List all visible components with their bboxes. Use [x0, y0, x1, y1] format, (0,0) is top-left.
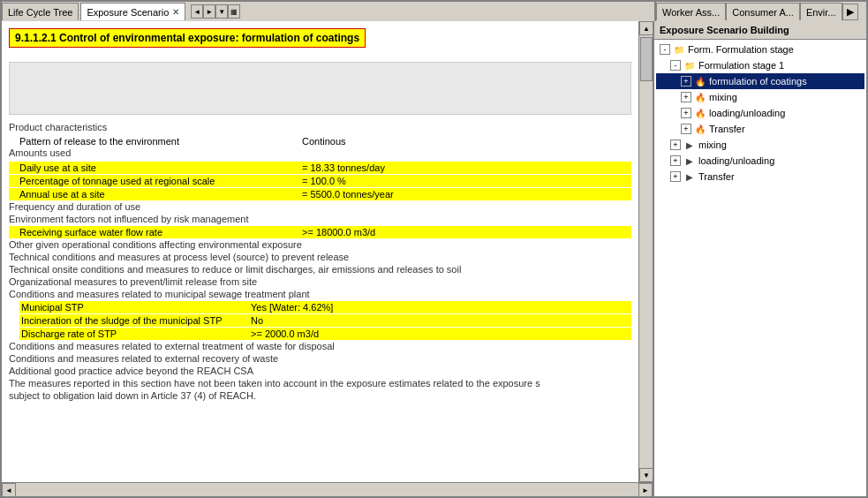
muni-row-1: Incineration of the sludge of the munici… [19, 314, 631, 327]
horizontal-scrollbar[interactable]: ◄ ► [2, 482, 653, 496]
tree-item-loading[interactable]: + 🔥 loading/unloading [656, 105, 864, 121]
tree-item-form-stage[interactable]: - 📁 Form. Formulation stage [656, 42, 864, 57]
tree-label-loading: loading/unloading [709, 108, 785, 118]
tree-item-transfer[interactable]: + 🔥 Transfer [656, 121, 864, 137]
amounts-row-0: Daily use at a site = 18.33 tonnes/day [9, 162, 631, 174]
right-tab-worker[interactable]: Worker Ass... [656, 3, 726, 20]
amounts-label: Amounts used [9, 147, 631, 158]
tree-item-mixing[interactable]: + 🔥 mixing [656, 89, 864, 105]
amounts-row-1-value: = 100.0 % [302, 176, 346, 186]
app-container: Life Cycle Tree Exposure Scenario ✕ ◄ ► … [0, 0, 868, 498]
env-factors-label: Environment factors not influenced by ri… [9, 214, 631, 224]
tab-lifecycle[interactable]: Life Cycle Tree [2, 3, 79, 20]
scroll-thumb[interactable] [640, 37, 653, 81]
municipal-sewage-label: Conditions and measures related to munic… [9, 289, 631, 299]
tree-expand-loading-a[interactable]: + [670, 155, 681, 166]
right-tab-envir[interactable]: Envir... [800, 3, 842, 20]
amounts-row-0-label: Daily use at a site [19, 162, 302, 173]
good-practice-label: Additional good practice advice beyond t… [9, 366, 631, 376]
tab-nav-left[interactable]: ◄ [191, 4, 203, 19]
right-tab-consumer[interactable]: Consumer A... [726, 3, 800, 20]
municipal-rows: Municipal STP Yes [Water: 4.62%] Inciner… [9, 301, 631, 340]
good-practice-text2: subject to obligation laid down in Artic… [9, 390, 631, 401]
env-row-0-value: >= 18000.0 m3/d [302, 227, 375, 238]
h-scroll-track [16, 483, 638, 496]
muni-row-0-label: Municipal STP [21, 302, 251, 313]
env-row-0: Receiving surface water flow rate >= 180… [9, 226, 631, 238]
scroll-track [639, 35, 653, 468]
tree-expand-transfer[interactable]: + [681, 124, 691, 134]
tab-nav-menu[interactable]: ▦ [228, 4, 240, 19]
tab-bar: Life Cycle Tree Exposure Scenario ✕ ◄ ► … [2, 2, 654, 21]
tree-area[interactable]: - 📁 Form. Formulation stage - 📁 Formulat… [654, 40, 866, 496]
tree-item-mixing-arrow[interactable]: + ▶ mixing [656, 137, 864, 153]
flame-icon-loading: 🔥 [693, 106, 707, 120]
tab-exposure[interactable]: Exposure Scenario ✕ [80, 3, 185, 20]
tree-label-transfer-a: Transfer [698, 171, 735, 182]
tree-expand-form[interactable]: - [660, 44, 670, 55]
env-row-0-label: Receiving surface water flow rate [19, 227, 302, 238]
amounts-row-2-value: = 5500.0 tonnes/year [302, 189, 394, 200]
tab-exposure-label: Exposure Scenario [87, 7, 169, 18]
right-panel: Exposure Scenario Building - 📁 Form. For… [654, 21, 866, 496]
right-tab-more[interactable]: ▶ [842, 4, 858, 20]
tree-expand-transfer-a[interactable]: + [670, 171, 681, 182]
external-waste-label: Conditions and measures related to exter… [9, 341, 631, 351]
tree-label-mixing: mixing [709, 92, 737, 102]
tab-nav-down[interactable]: ▼ [215, 4, 228, 19]
tree-item-formulation-stage-1[interactable]: - 📁 Formulation stage 1 [656, 57, 864, 73]
tree-item-loading-arrow[interactable]: + ▶ loading/unloading [656, 153, 864, 169]
good-practice-text1: The measures reported in this section ha… [9, 378, 631, 389]
tab-nav-right[interactable]: ► [203, 4, 215, 19]
scroll-up-btn[interactable]: ▲ [639, 21, 653, 35]
tab-exposure-close[interactable]: ✕ [172, 7, 179, 17]
muni-row-0: Municipal STP Yes [Water: 4.62%] [19, 301, 631, 313]
amounts-row-1: Percentage of tonnage used at regional s… [9, 175, 631, 187]
tree-expand-coatings[interactable]: + [681, 76, 691, 87]
technical-conditions-label: Technical conditions and measures at pro… [9, 252, 631, 262]
arrow-icon-transfer: ▶ [683, 170, 697, 184]
pattern-value: Continous [302, 136, 346, 147]
right-panel-header: Exposure Scenario Building [654, 21, 866, 40]
tree-expand-mixing-a[interactable]: + [670, 140, 681, 150]
muni-row-0-value: Yes [Water: 4.62%] [251, 302, 333, 313]
scroll-down-btn[interactable]: ▼ [639, 468, 653, 482]
content-scroll[interactable]: 9.1.1.2.1 Control of environmental expos… [2, 21, 638, 482]
tab-nav-buttons: ◄ ► ▼ ▦ [191, 4, 240, 19]
pattern-row: Pattern of release to the environment Co… [9, 136, 631, 147]
muni-row-2: Discharge rate of STP >= 2000.0 m3/d [19, 328, 631, 340]
amounts-row-2: Annual use at a site = 5500.0 tonnes/yea… [9, 188, 631, 200]
muni-row-2-label: Discharge rate of STP [21, 328, 251, 339]
vertical-scrollbar[interactable]: ▲ ▼ [638, 21, 653, 482]
technical-onsite-label: Technical onsite conditions and measures… [9, 264, 631, 275]
tree-item-formulation-coatings[interactable]: + 🔥 formulation of coatings [656, 73, 864, 89]
tree-label-mixing-a: mixing [698, 140, 727, 150]
flame-icon-transfer: 🔥 [693, 122, 707, 136]
tree-expand-mixing[interactable]: + [681, 92, 691, 102]
scroll-left-btn[interactable]: ◄ [2, 483, 16, 496]
tree-label-transfer: Transfer [709, 124, 745, 134]
external-recovery-label: Conditions and measures related to exter… [9, 353, 631, 364]
tree-expand-fs1[interactable]: - [670, 60, 681, 71]
tree-expand-loading[interactable]: + [681, 108, 691, 118]
folder-icon-form: 📁 [672, 42, 686, 57]
right-tab-bar: Worker Ass... Consumer A... Envir... ▶ [654, 2, 866, 21]
flame-icon-mixing: 🔥 [693, 90, 707, 104]
tree-item-transfer-arrow[interactable]: + ▶ Transfer [656, 169, 864, 185]
section-title: 9.1.1.2.1 Control of environmental expos… [9, 28, 366, 48]
muni-row-1-value: No [251, 315, 263, 326]
arrow-icon-loading: ▶ [683, 154, 697, 168]
amounts-row-2-label: Annual use at a site [19, 189, 302, 200]
folder-icon-fs1: 📁 [683, 58, 697, 72]
frequency-label: Frequency and duration of use [9, 201, 631, 212]
scroll-right-btn[interactable]: ► [638, 483, 653, 496]
flame-icon-coatings: 🔥 [693, 74, 707, 88]
tree-label-loading-a: loading/unloading [698, 155, 774, 166]
pattern-label: Pattern of release to the environment [19, 136, 302, 147]
amounts-row-0-value: = 18.33 tonnes/day [302, 162, 385, 173]
content-area: 9.1.1.2.1 Control of environmental expos… [2, 21, 654, 496]
gray-placeholder [9, 62, 631, 115]
tree-label-coatings: formulation of coatings [709, 76, 807, 87]
tree-label-fs1: Formulation stage 1 [698, 60, 784, 71]
muni-row-1-label: Incineration of the sludge of the munici… [21, 315, 251, 326]
